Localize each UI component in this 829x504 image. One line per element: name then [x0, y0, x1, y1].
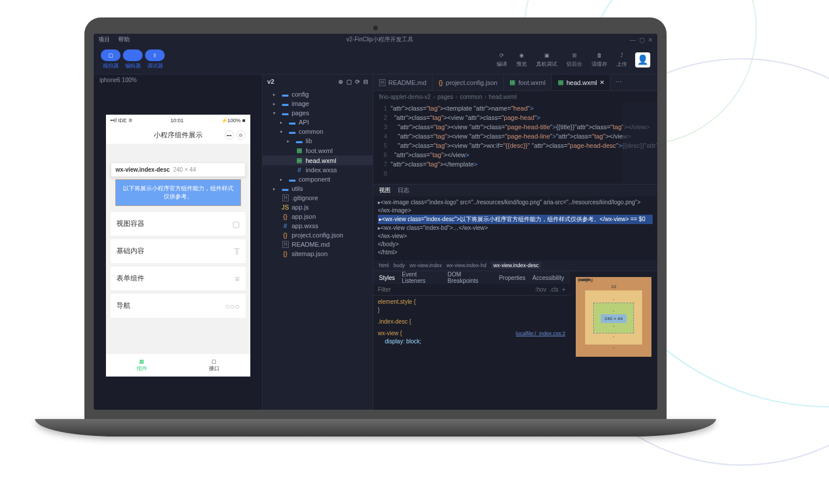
- crumb-item[interactable]: body: [394, 262, 405, 268]
- minimize-icon[interactable]: —: [630, 37, 636, 43]
- breadcrumb-item[interactable]: head.wxml: [489, 94, 517, 100]
- more-icon[interactable]: ⋯: [611, 74, 626, 90]
- dom-tree[interactable]: ▸<wx-image class="index-logo" src="../re…: [373, 196, 657, 260]
- close-icon[interactable]: ⊙: [236, 130, 246, 140]
- dom-node[interactable]: </wx-view>: [378, 232, 653, 240]
- css-rule[interactable]: .index-desc {</span></div><div class="pr…: [378, 318, 565, 326]
- crumb-item[interactable]: wx-view.index: [410, 262, 442, 268]
- editor-tab[interactable]: 🄼README.md: [373, 74, 433, 90]
- close-icon[interactable]: ✕: [648, 37, 653, 43]
- cls-toggle[interactable]: .cls: [550, 286, 558, 293]
- tab-console[interactable]: 日志: [398, 186, 409, 194]
- window-controls[interactable]: — ▢ ✕: [630, 37, 653, 43]
- tree-item[interactable]: {}sitemap.json: [263, 249, 373, 258]
- inspector-tab[interactable]: Properties: [499, 275, 526, 281]
- tree-item[interactable]: #index.wxss: [263, 165, 373, 175]
- editor-tab[interactable]: {}project.config.json: [433, 74, 504, 90]
- hov-toggle[interactable]: :hov: [535, 286, 546, 293]
- collapse-icon[interactable]: ⊟: [363, 79, 368, 85]
- tree-item[interactable]: ▾▬pages: [263, 108, 373, 118]
- code-line[interactable]: "attr">class="tag"></template>: [391, 159, 657, 169]
- mode-button[interactable]: [123, 49, 143, 61]
- tree-item[interactable]: ▾▬common: [263, 127, 373, 136]
- maximize-icon[interactable]: ▢: [639, 37, 644, 43]
- code-line[interactable]: "attr">class="tag"><view "attr">class="p…: [391, 132, 657, 141]
- dom-node[interactable]: ▸<wx-view class="index-desc">以下将展示小程序官方组…: [378, 215, 653, 224]
- tree-item[interactable]: JSapp.js: [263, 203, 373, 212]
- code-line[interactable]: "attr">class="tag"><template "attr">name…: [391, 104, 657, 113]
- tree-item[interactable]: ▸▬config: [263, 90, 373, 99]
- tab-elements[interactable]: 视图: [379, 186, 391, 194]
- toolbar-button[interactable]: ◉预览: [513, 50, 530, 69]
- toolbar-button[interactable]: ⊞切后台: [563, 50, 586, 69]
- tree-item[interactable]: ▸▬utils: [263, 184, 373, 193]
- tree-item[interactable]: ▸▬component: [263, 175, 373, 184]
- breadcrumb-item[interactable]: fino-applet-demo-v2: [379, 94, 431, 100]
- mode-button[interactable]: ▢: [101, 49, 121, 61]
- code-line[interactable]: "attr">class="tag"><view "attr">class="p…: [391, 122, 657, 132]
- css-rule[interactable]: element.style {}: [378, 298, 565, 314]
- menu-project[interactable]: 项目: [98, 36, 110, 44]
- dom-node[interactable]: </body>: [378, 240, 653, 249]
- mode-label: 调试器: [147, 62, 163, 70]
- tree-item[interactable]: {}project.config.json: [263, 230, 373, 240]
- menu-icon[interactable]: •••: [225, 130, 234, 140]
- tree-item[interactable]: ▸▬lib: [263, 136, 373, 145]
- project-root[interactable]: v2: [267, 78, 274, 85]
- tree-item[interactable]: ▸▬image: [263, 99, 373, 108]
- breadcrumb-item[interactable]: pages: [437, 94, 453, 100]
- crumb-item[interactable]: html: [379, 262, 389, 268]
- tree-item[interactable]: ▦foot.wxml: [263, 145, 373, 155]
- crumb-item[interactable]: wx-view.index-hd: [447, 262, 487, 268]
- item-icon: ▢: [232, 219, 240, 229]
- code-line[interactable]: "attr">class="tag"><view "attr">wx:if="{…: [391, 141, 657, 150]
- tree-item[interactable]: #app.wxss: [263, 221, 373, 230]
- filter-input[interactable]: [378, 286, 535, 293]
- dom-node[interactable]: ▸<wx-view class="index-bd">…</wx-view>: [378, 224, 653, 232]
- editor-tab[interactable]: ▦head.wxml✕: [552, 74, 611, 90]
- list-item[interactable]: 表单组件≡: [111, 267, 246, 290]
- code-line[interactable]: [391, 169, 657, 178]
- close-icon[interactable]: ✕: [600, 79, 604, 86]
- add-rule-icon[interactable]: +: [562, 286, 565, 293]
- tree-item[interactable]: ▦head.wxml: [263, 155, 373, 165]
- toolbar-button[interactable]: 🗑清缓存: [588, 50, 611, 69]
- editor-tabs: 🄼README.md{}project.config.json▦foot.wxm…: [373, 74, 657, 91]
- code-line[interactable]: "attr">class="tag"></view>: [391, 150, 657, 159]
- styles-panel[interactable]: element.style {}.index-desc {</span></di…: [373, 296, 570, 410]
- tree-item[interactable]: 🄼README.md: [263, 240, 373, 249]
- code-line[interactable]: "attr">class="tag"><view "attr">class="p…: [391, 113, 657, 122]
- avatar[interactable]: 👤: [635, 52, 650, 68]
- tab-api[interactable]: ▢ 接口: [178, 354, 250, 377]
- toolbar-button[interactable]: ⤴上传: [613, 50, 630, 69]
- tree-item[interactable]: ▸▬API: [263, 118, 373, 127]
- minimap[interactable]: [622, 102, 657, 184]
- menu-help[interactable]: 帮助: [118, 36, 130, 44]
- refresh-icon[interactable]: ⟳: [355, 79, 360, 85]
- source-link[interactable]: localfile:/_index.css:2: [516, 329, 565, 338]
- toolbar-button[interactable]: ▣真机调试: [533, 50, 561, 69]
- tab-component[interactable]: ▦ 组件: [106, 354, 178, 377]
- new-file-icon[interactable]: ⊕: [338, 79, 343, 85]
- mode-button[interactable]: ⫴: [145, 49, 165, 61]
- simulator-device[interactable]: iphone6 100%: [94, 74, 262, 86]
- tree-item[interactable]: 🄼.gitignore: [263, 193, 373, 203]
- editor-tab[interactable]: ▦foot.wxml: [504, 74, 551, 90]
- inspector-tab[interactable]: DOM Breakpoints: [448, 271, 492, 284]
- toolbar-button[interactable]: ⟳编译: [493, 50, 511, 69]
- tree-item[interactable]: {}app.json: [263, 212, 373, 221]
- dom-node[interactable]: ▸<wx-image class="index-logo" src="../re…: [378, 198, 653, 215]
- breadcrumb-item[interactable]: common: [460, 94, 482, 100]
- dom-node[interactable]: </html>: [378, 249, 653, 257]
- code-editor[interactable]: 12345678 "attr">class="tag"><template "a…: [373, 102, 657, 184]
- list-item[interactable]: 导航○○○: [111, 294, 246, 318]
- css-rule[interactable]: wx-view {localfile:/_index.css:2display:…: [378, 329, 565, 346]
- new-folder-icon[interactable]: ▢: [346, 79, 352, 85]
- list-item[interactable]: 基础内容𝕋: [111, 239, 246, 263]
- inspector-tab[interactable]: Accessibility: [533, 275, 564, 281]
- list-item[interactable]: 视图容器▢: [111, 212, 246, 236]
- inspector-tab[interactable]: Event Listeners: [402, 271, 441, 284]
- highlighted-element[interactable]: 以下将展示小程序官方组件能力，组件样式仅供参考。: [115, 179, 241, 206]
- crumb-item[interactable]: wx-view.index-desc: [491, 262, 541, 269]
- inspector-tab[interactable]: Styles: [379, 275, 395, 281]
